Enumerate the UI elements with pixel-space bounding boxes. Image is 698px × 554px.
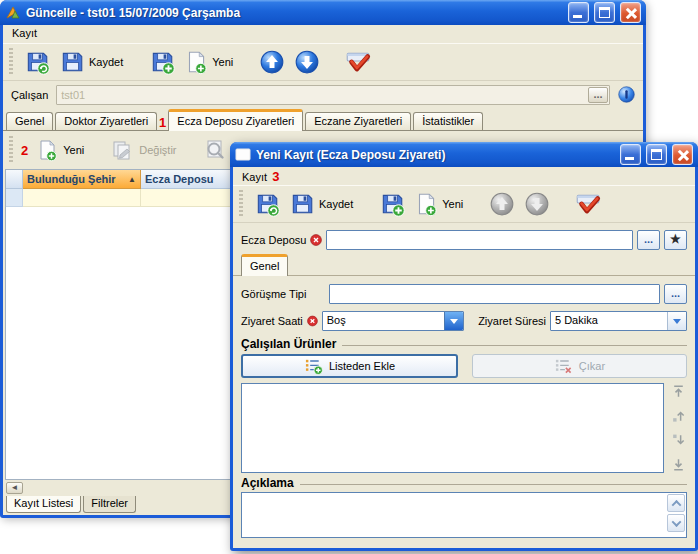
required-icon — [310, 234, 322, 246]
minimize-icon — [573, 15, 582, 18]
front-save-button[interactable]: Kaydet — [289, 191, 355, 217]
yeni-action-button[interactable]: Yeni — [34, 136, 90, 164]
back-window-title: Güncelle - tst01 15/07/2009 Çarşamba — [26, 6, 563, 20]
save-button[interactable]: Kaydet — [59, 49, 125, 75]
save-new-button[interactable] — [149, 49, 175, 75]
red-check-icon — [574, 191, 602, 217]
listeden-ekle-button[interactable]: Listeden Ekle — [241, 354, 458, 378]
ecza-deposu-input[interactable] — [326, 230, 633, 250]
back-menubar: Kayıt — [3, 25, 643, 43]
cikar-button: Çıkar — [472, 354, 687, 378]
previous-record-button[interactable] — [259, 49, 285, 75]
save-refresh-button[interactable] — [24, 49, 50, 75]
back-toolbar: Kaydet Yeni — [3, 43, 643, 81]
gorusme-tipi-lookup-button[interactable]: ... — [664, 284, 687, 304]
front-menubar: Kayıt 3 — [233, 167, 695, 185]
list-add-icon — [304, 357, 323, 375]
tab-kayit-listesi[interactable]: Kayıt Listesi — [6, 496, 81, 513]
aciklama-textarea[interactable] — [241, 492, 687, 538]
back-tabstrip: Genel Doktor Ziyaretleri 1 Ecza Deposu Z… — [3, 108, 643, 130]
save-new-icon — [149, 49, 175, 75]
ecza-deposu-row: Ecza Deposu ... ★ — [233, 226, 695, 253]
ziyaret-suresi-combobox[interactable]: 5 Dakika — [550, 311, 687, 331]
front-save-refresh-button[interactable] — [254, 191, 280, 217]
front-tab-genel[interactable]: Genel — [241, 254, 288, 276]
back-titlebar[interactable]: Güncelle - tst01 15/07/2009 Çarşamba — [0, 0, 646, 25]
yeni-action-label: Yeni — [63, 144, 84, 156]
new-record-icon — [184, 49, 208, 75]
degistir-action-button: Değiştir — [108, 136, 182, 164]
marker-3: 3 — [272, 169, 279, 184]
scroll-down-button[interactable] — [667, 514, 685, 532]
tab-filtreler[interactable]: Filtreler — [83, 496, 136, 513]
front-tabstrip: Genel — [233, 255, 695, 276]
chevron-up-icon — [671, 499, 681, 509]
scroll-up-button[interactable] — [667, 494, 685, 512]
ecza-deposu-label: Ecza Deposu — [241, 234, 306, 246]
next-record-button[interactable] — [294, 49, 320, 75]
dropdown-button[interactable] — [667, 312, 686, 330]
urunler-list-area — [233, 380, 695, 473]
front-minimize-button[interactable] — [620, 144, 641, 165]
front-new-record-button[interactable]: Yeni — [414, 191, 465, 217]
front-next-record-button — [524, 191, 550, 217]
textarea-scrollbar — [667, 494, 685, 532]
urunler-listbox[interactable] — [241, 383, 664, 473]
aciklama-group-header: Açıklama — [233, 473, 695, 492]
ziyaret-suresi-value: 5 Dakika — [551, 312, 667, 330]
tab-eczane-ziyaretleri[interactable]: Eczane Ziyaretleri — [305, 112, 411, 130]
favorite-star-button[interactable]: ★ — [664, 230, 687, 250]
toolbar-grip[interactable] — [239, 190, 243, 218]
front-titlebar[interactable]: Yeni Kayıt (Ecza Deposu Ziyareti) — [230, 142, 698, 167]
info-icon[interactable] — [618, 86, 635, 103]
back-menu-kayit[interactable]: Kayıt — [10, 27, 39, 39]
grid-cell-sehir[interactable] — [23, 189, 141, 207]
list-remove-icon — [554, 357, 573, 375]
arrow-up-icon — [259, 49, 285, 75]
arrow-up-disabled-icon — [489, 191, 515, 217]
calisan-field: tst01 ... — [56, 85, 610, 105]
new-page-icon — [36, 138, 58, 162]
new-record-button[interactable]: Yeni — [184, 49, 235, 75]
gorusme-tipi-row: Görüşme Tipi ... — [233, 280, 695, 307]
front-toolbar: Kaydet Yeni — [233, 185, 695, 223]
grid-selector-header — [6, 170, 23, 189]
grid-header-col2-label: Ecza Deposu — [145, 173, 213, 185]
toolbar-grip[interactable] — [9, 48, 13, 76]
urunler-buttons-row: Listeden Ekle Çıkar — [233, 353, 695, 380]
ziyaret-saati-combobox[interactable]: Boş — [322, 311, 464, 331]
dropdown-button[interactable] — [444, 312, 463, 330]
tab-istatistikler[interactable]: İstatistikler — [413, 112, 483, 130]
ecza-deposu-lookup-button[interactable]: ... — [637, 230, 660, 250]
move-up-icon — [671, 408, 686, 423]
calisan-value: tst01 — [61, 89, 85, 101]
grid-row-selector[interactable] — [6, 189, 23, 207]
new-record-button-label: Yeni — [212, 56, 235, 68]
tab-genel[interactable]: Genel — [6, 112, 53, 130]
front-close-button[interactable] — [672, 144, 693, 165]
front-confirm-close-button[interactable] — [574, 191, 602, 217]
back-minimize-button[interactable] — [568, 2, 589, 23]
front-menu-kayit[interactable]: Kayıt — [240, 171, 269, 183]
toolbar-grip[interactable] — [9, 136, 13, 164]
gorusme-tipi-input[interactable] — [329, 284, 660, 304]
back-close-button[interactable] — [620, 2, 641, 23]
maximize-icon — [599, 7, 610, 18]
tab-doktor-ziyaretleri[interactable]: Doktor Ziyaretleri — [55, 112, 157, 130]
aciklama-title: Açıklama — [241, 476, 294, 490]
new-record-icon — [414, 191, 438, 217]
confirm-close-button[interactable] — [344, 49, 372, 75]
calisan-ellipsis-button[interactable]: ... — [588, 87, 608, 103]
tab-ecza-deposu-ziyaretleri[interactable]: Ecza Deposu Ziyaretleri — [168, 109, 303, 131]
maximize-icon — [651, 149, 662, 160]
back-maximize-button[interactable] — [594, 2, 615, 23]
chevron-down-icon — [671, 517, 681, 527]
tab-scroll-left-button[interactable]: ◄ — [6, 482, 23, 494]
degistir-action-label: Değiştir — [139, 144, 176, 156]
ziyaret-suresi-label: Ziyaret Süresi — [478, 315, 546, 327]
front-save-new-button[interactable] — [379, 191, 405, 217]
ziyaret-saati-value: Boş — [323, 312, 444, 330]
grid-header-bulundugu-sehir[interactable]: Bulunduğu Şehir ▲ — [23, 170, 141, 189]
front-maximize-button[interactable] — [646, 144, 667, 165]
gorusme-tipi-label: Görüşme Tipi — [241, 288, 325, 300]
